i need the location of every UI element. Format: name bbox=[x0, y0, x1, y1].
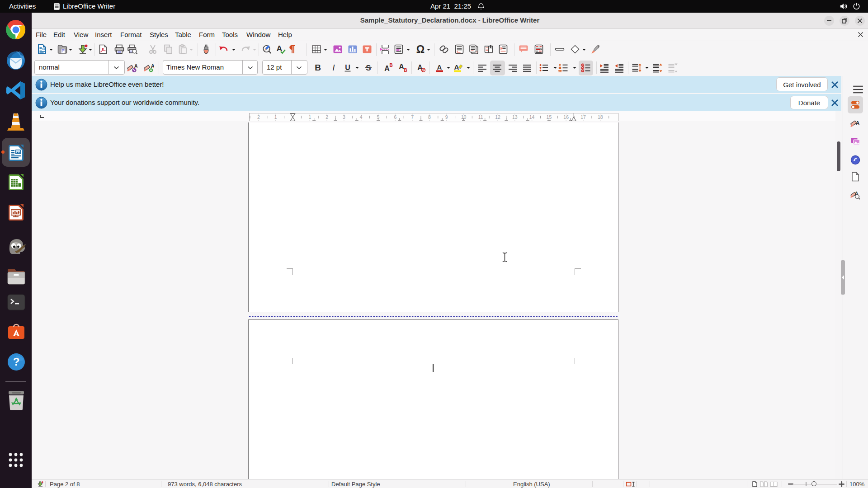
svg-text:18: 18 bbox=[598, 114, 603, 120]
svg-text:B: B bbox=[389, 63, 392, 68]
svg-text:6: 6 bbox=[394, 114, 396, 120]
svg-text:B: B bbox=[404, 68, 407, 73]
svg-text:B: B bbox=[315, 63, 321, 72]
svg-text:4: 4 bbox=[360, 114, 363, 120]
svg-text:2: 2 bbox=[257, 114, 260, 120]
svg-text:A: A bbox=[855, 120, 860, 127]
svg-text:A: A bbox=[417, 64, 423, 71]
svg-text:9: 9 bbox=[445, 114, 448, 120]
svg-text:I: I bbox=[332, 63, 335, 72]
svg-text:A: A bbox=[437, 63, 442, 71]
svg-text:1: 1 bbox=[274, 114, 277, 120]
svg-text:12: 12 bbox=[495, 114, 500, 120]
svg-text:2: 2 bbox=[326, 114, 328, 120]
svg-text:14: 14 bbox=[529, 114, 535, 120]
svg-text:A: A bbox=[454, 63, 459, 71]
svg-text:11: 11 bbox=[478, 114, 483, 120]
svg-text:1: 1 bbox=[308, 114, 311, 120]
svg-text:17: 17 bbox=[580, 114, 586, 120]
svg-text:Ω: Ω bbox=[416, 44, 425, 55]
svg-text:16: 16 bbox=[563, 114, 569, 120]
svg-text:3: 3 bbox=[343, 114, 345, 120]
svg-text:U: U bbox=[345, 64, 350, 71]
svg-text:13: 13 bbox=[512, 114, 518, 120]
svg-text:?: ? bbox=[13, 356, 20, 368]
svg-text:A: A bbox=[855, 191, 859, 196]
svg-text:7: 7 bbox=[411, 114, 414, 120]
svg-text:8: 8 bbox=[428, 114, 431, 120]
